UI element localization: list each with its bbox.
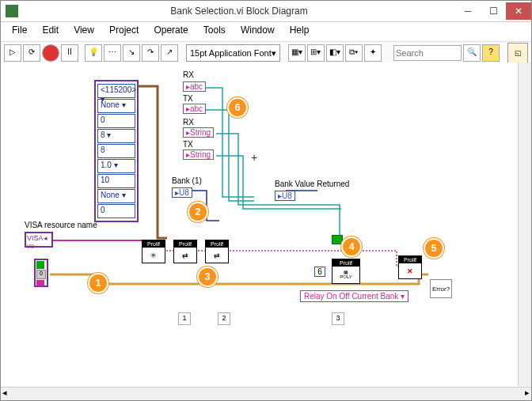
- resize-button[interactable]: ◧▾: [326, 44, 344, 62]
- reorder-button[interactable]: ⧉▾: [345, 44, 363, 62]
- seq-3: 3: [332, 312, 344, 325]
- menu-view[interactable]: View: [67, 24, 101, 36]
- callout-6: 6: [227, 97, 248, 118]
- menu-operate[interactable]: Operate: [147, 24, 194, 36]
- num-field-1[interactable]: 0: [97, 114, 135, 128]
- rx1-label: RX: [183, 70, 194, 79]
- highlight-button[interactable]: 💡: [85, 44, 102, 62]
- search-input[interactable]: [393, 45, 462, 61]
- menu-help[interactable]: Help: [283, 24, 316, 36]
- step-out-button[interactable]: ↗: [161, 44, 178, 62]
- tx1-terminal[interactable]: ▸abc: [183, 104, 206, 114]
- font-selector[interactable]: 15pt Application Font ▾: [186, 44, 280, 62]
- seq-1: 1: [178, 312, 191, 325]
- serial-config-cluster[interactable]: <115200> ▾ None ▾ 0 8 ▾ 8 1.0 ▾ 10 None …: [94, 80, 139, 222]
- menu-file[interactable]: File: [6, 24, 33, 36]
- help-button[interactable]: ?: [482, 44, 500, 62]
- tx2-label: TX: [183, 140, 193, 149]
- callout-2: 2: [188, 202, 208, 222]
- cleanup-button[interactable]: ✦: [364, 44, 382, 62]
- cursor-crosshair: +: [251, 151, 257, 164]
- write-vi[interactable]: Prolif⇄: [173, 240, 197, 263]
- maximize-button[interactable]: ☐: [481, 2, 506, 20]
- horizontal-scrollbar[interactable]: ◂ ▸: [1, 387, 531, 400]
- menu-window[interactable]: Window: [234, 24, 281, 36]
- retain-button[interactable]: ⋯: [104, 44, 121, 62]
- init-vi[interactable]: Prolif✳: [142, 240, 165, 263]
- run-cont-button[interactable]: ⟳: [23, 44, 40, 62]
- poly-vi[interactable]: Prolif ▦POLY: [332, 259, 360, 284]
- abort-button[interactable]: [42, 44, 59, 62]
- parity-field[interactable]: None ▾: [97, 99, 135, 113]
- num-field-2[interactable]: 8 ▾: [97, 129, 135, 143]
- titlebar[interactable]: Bank Selection.vi Block Diagram ─ ☐ ✕: [1, 1, 531, 22]
- window-title: Bank Selection.vi Block Diagram: [23, 6, 455, 17]
- flow-field[interactable]: None ▾: [97, 189, 135, 203]
- pause-button[interactable]: II: [61, 44, 78, 62]
- tx2-string[interactable]: ▸String: [183, 149, 214, 160]
- step-into-button[interactable]: ↘: [123, 44, 140, 62]
- distribute-button[interactable]: ⊞▾: [307, 44, 325, 62]
- menu-edit[interactable]: Edit: [36, 24, 65, 36]
- callout-1: 1: [88, 273, 108, 293]
- bank-value-label: Bank Value Returned: [275, 180, 349, 188]
- num-field-5[interactable]: 10: [97, 174, 135, 188]
- error-in-cluster[interactable]: 0: [34, 259, 48, 287]
- menu-project[interactable]: Project: [103, 24, 145, 36]
- app-icon: [6, 5, 18, 17]
- error-handler-vi[interactable]: Error?: [430, 279, 452, 298]
- bank-label: Bank (1): [172, 176, 202, 185]
- bank-u8-control[interactable]: ▸U8: [172, 187, 192, 198]
- callout-5: 5: [424, 238, 444, 259]
- num-field-4[interactable]: 1.0 ▾: [97, 159, 135, 173]
- num-field-6[interactable]: 0: [97, 204, 135, 218]
- rx1-terminal[interactable]: ▸abc: [183, 81, 206, 92]
- block-diagram-canvas[interactable]: <115200> ▾ None ▾ 0 8 ▾ 8 1.0 ▾ 10 None …: [1, 62, 531, 386]
- baud-field[interactable]: <115200> ▾: [97, 84, 135, 98]
- run-button[interactable]: ▷: [4, 44, 21, 62]
- tx1-label: TX: [183, 94, 193, 103]
- relay-selector[interactable]: Relay On Off Current Bank ▾: [300, 290, 408, 302]
- visa-label: VISA resource name: [25, 221, 97, 229]
- connector-pane-icon[interactable]: ◱: [507, 43, 528, 63]
- menubar: File Edit View Project Operate Tools Win…: [1, 22, 531, 42]
- minimize-button[interactable]: ─: [455, 2, 481, 20]
- num-field-3[interactable]: 8: [97, 144, 135, 158]
- read-vi[interactable]: Prolif⇄: [205, 240, 229, 263]
- menu-tools[interactable]: Tools: [197, 24, 232, 36]
- rx2-label: RX: [183, 118, 194, 127]
- toolbar: ▷ ⟳ II 💡 ⋯ ↘ ↷ ↗ 15pt Application Font ▾…: [1, 42, 531, 65]
- bank-value-indicator[interactable]: ▸U8: [275, 191, 295, 201]
- align-button[interactable]: ▦▾: [288, 44, 306, 62]
- close-vi[interactable]: Prolif✕: [398, 255, 422, 279]
- callout-3: 3: [197, 267, 218, 287]
- seq-2: 2: [218, 312, 230, 325]
- rx2-string[interactable]: ▸String: [183, 127, 214, 138]
- visa-control[interactable]: VISA◂I/O: [25, 232, 53, 248]
- close-button[interactable]: ✕: [506, 2, 531, 20]
- callout-4: 4: [341, 236, 362, 257]
- vertical-scrollbar[interactable]: [518, 62, 531, 386]
- step-over-button[interactable]: ↷: [142, 44, 159, 62]
- const-6[interactable]: 6: [314, 267, 325, 277]
- search-button[interactable]: 🔍: [463, 44, 481, 62]
